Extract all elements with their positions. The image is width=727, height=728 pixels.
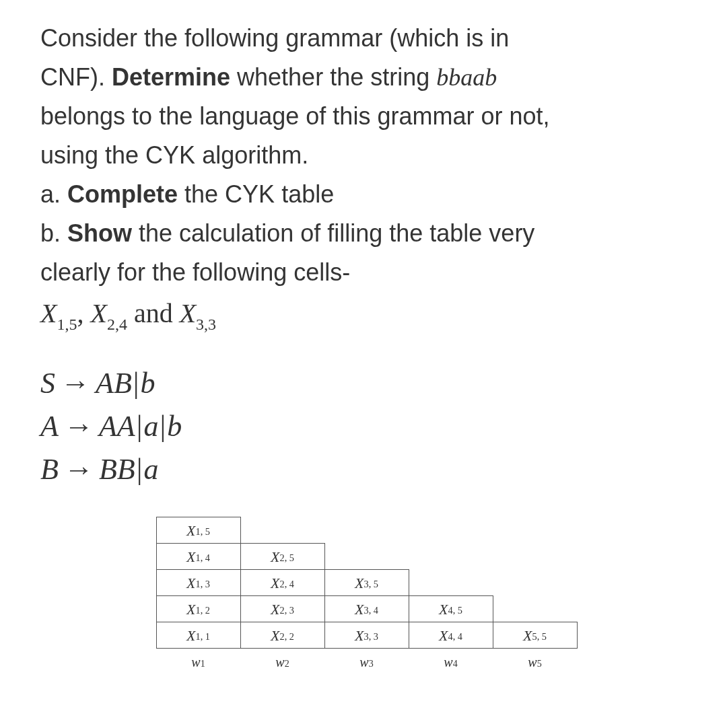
cyk-cell: X3, 4 — [324, 595, 409, 622]
cell-x1: X — [40, 298, 57, 328]
g3-rhs2: a — [143, 453, 158, 486]
cyk-cell-sub: 4, 4 — [448, 630, 462, 644]
cyk-row: X1, 1X2, 2X3, 3X4, 4X5, 5 — [157, 622, 578, 649]
cyk-cell-x: X — [439, 598, 448, 620]
cell-x3: X — [180, 298, 196, 328]
cell-comma: , — [77, 298, 90, 328]
g2-rhs2: a — [143, 410, 158, 443]
cyk-row: X1, 5 — [157, 517, 578, 544]
g2-pipe1: | — [135, 410, 144, 443]
part-b-bold: Show — [67, 219, 132, 247]
g2-rhs1: AA — [99, 410, 135, 443]
cyk-cell-sub: 4, 5 — [448, 604, 462, 618]
cyk-cell: X2, 4 — [240, 569, 325, 596]
intro-text-2c: whether the string — [230, 63, 436, 91]
cyk-cell-sub: 1, 2 — [196, 604, 210, 618]
intro-string-bbaab: bbaab — [436, 64, 497, 91]
cyk-cell: X1, 2 — [156, 595, 241, 622]
cyk-cell-sub: 1, 3 — [196, 577, 210, 591]
intro-bold-determine: Determine — [112, 63, 230, 91]
cyk-row: X1, 2X2, 3X3, 4X4, 5 — [157, 596, 578, 622]
cyk-cell-sub: 2, 5 — [280, 551, 294, 565]
cyk-row: X1, 4X2, 5 — [157, 544, 578, 570]
cyk-cell-sub: 5, 5 — [532, 630, 547, 644]
cyk-w-label: w — [444, 652, 452, 672]
intro-text-2a: CNF). — [40, 63, 112, 91]
cyk-w-sub: 1 — [201, 657, 205, 671]
cyk-cell-sub: 1, 4 — [196, 551, 210, 565]
cyk-cell: X5, 5 — [493, 622, 578, 649]
g3-lhs: B — [40, 453, 59, 486]
part-a-bold: Complete — [67, 180, 178, 208]
cyk-cell-x: X — [186, 572, 195, 594]
cyk-cell: X4, 5 — [409, 595, 493, 622]
part-a-rest: the CYK table — [178, 180, 334, 208]
cyk-cell-sub: 1, 5 — [196, 525, 210, 539]
cyk-cell-x: X — [439, 624, 448, 647]
cyk-cell-x: X — [355, 598, 364, 620]
cyk-cell-x: X — [186, 624, 195, 647]
cyk-cell-x: X — [523, 624, 532, 647]
cyk-cell-sub: 2, 4 — [280, 577, 294, 591]
intro-line-3: belongs to the language of this grammar … — [40, 98, 693, 135]
cyk-cell-sub: 2, 3 — [280, 604, 294, 618]
g2-pipe2: | — [158, 410, 167, 443]
cyk-w-label: w — [191, 652, 200, 672]
cell-and: and — [127, 298, 180, 328]
part-a-prefix: a. — [40, 180, 67, 208]
cyk-w-sub: 5 — [537, 657, 542, 671]
cyk-cell-x: X — [355, 572, 364, 594]
part-b-line-2: clearly for the following cells- — [40, 254, 693, 291]
cyk-w-sub: 2 — [285, 657, 289, 671]
cyk-cell: X3, 5 — [324, 569, 409, 596]
cyk-w-label: w — [359, 652, 368, 672]
intro-text-3: belongs to the language of this grammar … — [40, 102, 549, 130]
part-b-rest: the calculation of filling the table ver… — [132, 219, 534, 247]
grammar-rule-1: S→AB|b — [40, 362, 693, 405]
page: Consider the following grammar (which is… — [0, 0, 727, 728]
cyk-cell-sub: 3, 3 — [364, 630, 378, 644]
cyk-w-cell: w4 — [409, 649, 493, 676]
cyk-cell: X1, 1 — [156, 622, 241, 649]
cyk-cell: X2, 3 — [240, 595, 325, 622]
cyk-cell-sub: 2, 2 — [280, 630, 294, 644]
cyk-cell-x: X — [186, 546, 195, 568]
cell-s2: 2,4 — [107, 316, 127, 333]
cyk-cell-x: X — [186, 598, 195, 620]
cell-x2: X — [90, 298, 106, 328]
cyk-row: X1, 3X2, 4X3, 5 — [157, 570, 578, 596]
cyk-cell-sub: 1, 1 — [196, 630, 210, 644]
cyk-table-wrap: X1, 5X1, 4X2, 5X1, 3X2, 4X3, 5X1, 2X2, 3… — [40, 517, 693, 676]
cyk-w-cell: w3 — [324, 649, 409, 676]
g1-rhs1: AB — [96, 367, 132, 400]
cyk-w-sub: 3 — [369, 657, 374, 671]
intro-line-2: CNF). Determine whether the string bbaab — [40, 59, 693, 96]
cells-line: X1,5, X2,4 and X3,3 — [40, 293, 693, 335]
cyk-w-sub: 4 — [453, 657, 458, 671]
grammar-block: S→AB|b A→AA|a|b B→BB|a — [40, 362, 693, 490]
cyk-cell-x: X — [355, 624, 364, 647]
cyk-cell-x: X — [271, 624, 279, 647]
cyk-cell: X1, 5 — [156, 517, 241, 544]
cyk-cell: X1, 3 — [156, 569, 241, 596]
g1-rhs2: b — [141, 367, 155, 400]
g2-lhs: A — [40, 410, 59, 443]
cyk-w-cell: w1 — [156, 649, 241, 676]
g3-rhs1: BB — [99, 453, 135, 486]
g1-arrow: → — [55, 367, 96, 400]
cyk-w-cell: w2 — [240, 649, 325, 676]
g2-rhs3: b — [167, 410, 182, 443]
cyk-cell-x: X — [271, 546, 279, 568]
g1-pipe: | — [132, 367, 141, 400]
part-b-line-2-text: clearly for the following cells- — [40, 258, 350, 286]
grammar-rule-2: A→AA|a|b — [40, 405, 693, 448]
part-b-prefix: b. — [40, 219, 67, 247]
cyk-cell: X2, 5 — [240, 543, 325, 570]
cyk-cell: X2, 2 — [240, 622, 325, 649]
cyk-cell-sub: 3, 4 — [364, 604, 378, 618]
cyk-cell-x: X — [271, 598, 279, 620]
intro-line-4: using the CYK algorithm. — [40, 137, 693, 174]
cell-s1: 1,5 — [57, 316, 77, 333]
g2-arrow: → — [59, 410, 99, 443]
cyk-w-label: w — [275, 652, 284, 672]
